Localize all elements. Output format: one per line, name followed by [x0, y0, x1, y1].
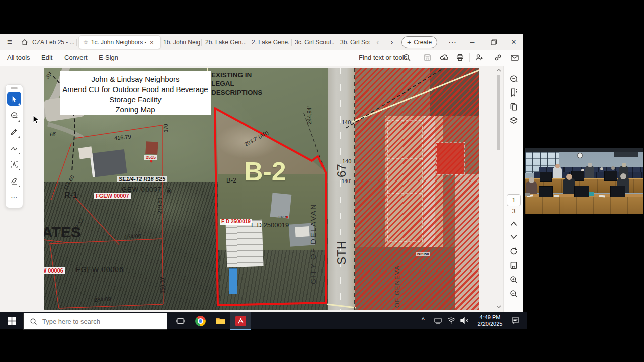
layers-panel-icon[interactable] [509, 116, 518, 125]
address-label: 2415 [278, 215, 287, 219]
parcel-tag-red: FGEW 00007 [94, 193, 131, 199]
email-icon[interactable] [510, 53, 519, 62]
create-button[interactable]: + Create [401, 36, 437, 48]
chrome-icon[interactable] [190, 312, 210, 329]
star-icon[interactable]: ☆ [83, 39, 89, 46]
save-icon[interactable] [423, 53, 432, 62]
toolbar-separator [469, 53, 470, 62]
file-explorer-icon[interactable] [210, 312, 230, 329]
council-member [585, 166, 594, 179]
sign-tool-button[interactable] [7, 174, 21, 188]
share-upload-icon[interactable] [440, 53, 449, 62]
council-member-head [555, 164, 560, 168]
monitor [574, 186, 589, 197]
city-of-delavan-label: CITY OF DELAVAN [309, 203, 317, 284]
zoom-in-icon[interactable] [509, 275, 518, 284]
section-label: SE1/4-T2 R16 S25 [117, 176, 167, 182]
tab-2-lake[interactable]: 2. Lake Gene... [252, 34, 290, 50]
text-select-tool-button[interactable] [7, 157, 21, 171]
link-icon[interactable] [494, 53, 502, 62]
hwy-67-label: 67 [335, 164, 349, 177]
minimize-button[interactable]: – [465, 34, 480, 50]
print-icon[interactable] [456, 53, 464, 62]
comment-tool-button[interactable] [7, 109, 21, 123]
pages-panel-icon[interactable] [509, 102, 518, 111]
select-tool-button[interactable] [7, 92, 21, 106]
papers [599, 195, 605, 198]
council-member-head [566, 174, 572, 180]
find-text-button[interactable]: Find text or tools [359, 54, 407, 61]
palette-drag-handle[interactable] [11, 87, 18, 89]
wall-clock [577, 153, 583, 158]
plus-icon: + [407, 38, 411, 46]
teal-bin [589, 192, 594, 196]
tray-time: 4:49 PM [472, 314, 508, 321]
all-tools-menu[interactable]: All tools [7, 54, 30, 61]
bookmarks-panel-icon[interactable] [509, 88, 518, 97]
wifi-icon[interactable] [447, 317, 456, 324]
tab-1b-john[interactable]: 1b. John Neig... [163, 34, 200, 50]
esign-menu[interactable]: E-Sign [99, 54, 118, 61]
dim-label: 140 [342, 158, 351, 164]
request-signature-icon[interactable] [475, 53, 484, 62]
search-icon[interactable] [403, 53, 411, 62]
tray-device-icon[interactable] [434, 317, 443, 324]
close-tab-icon[interactable]: ✕ [150, 40, 154, 45]
page-view-icon[interactable] [509, 261, 518, 270]
scrollbar-thumb[interactable] [497, 75, 500, 150]
tab-scroll-prev-icon[interactable]: ‹ [372, 34, 383, 50]
hamburger-menu-icon[interactable]: ≡ [2, 34, 17, 50]
home-icon[interactable] [17, 34, 32, 50]
edit-menu[interactable]: Edit [41, 54, 52, 61]
highlight-tool-button[interactable] [7, 125, 21, 139]
task-view-button[interactable] [170, 312, 190, 329]
audience-person [600, 167, 603, 170]
mouse-cursor [32, 115, 40, 125]
comments-panel-icon[interactable] [509, 75, 518, 84]
sth-label: STH [335, 241, 349, 265]
dim-label: 284.69 [94, 296, 111, 303]
restore-button[interactable] [486, 34, 501, 50]
rotate-refresh-icon[interactable] [509, 247, 518, 256]
scroll-up-icon[interactable] [496, 68, 502, 73]
page-total: 3 [504, 208, 523, 215]
more-tools-button[interactable]: ⋯ [7, 190, 21, 204]
tab-3b-girl-scout[interactable]: 3b. Girl Sco [340, 34, 370, 50]
tab-cza-feb[interactable]: CZA Feb 25 - ... [32, 34, 75, 50]
taskbar-search-input[interactable] [41, 317, 154, 326]
previous-page-icon[interactable] [509, 220, 518, 228]
zoning-map-page: John & Lindsay Neighbors Amend CU for Ou… [44, 68, 479, 310]
close-window-button[interactable]: ✕ [506, 34, 521, 50]
tray-chevron-icon[interactable]: ^ [422, 316, 425, 323]
next-page-icon[interactable] [509, 233, 518, 241]
acrobat-taskbar-icon[interactable] [230, 312, 251, 330]
page-number-input[interactable]: 1 [507, 194, 521, 206]
tray-clock[interactable]: 4:49 PM 2/20/2025 [472, 314, 508, 327]
dim-label: 30' [166, 187, 172, 194]
taskbar-search[interactable] [23, 313, 167, 330]
dim-label: 219.60 [157, 198, 163, 214]
front-dais [525, 197, 643, 214]
more-options-icon[interactable]: ⋯ [445, 34, 460, 50]
zoom-out-icon[interactable] [509, 289, 518, 298]
dim-label: 140' [342, 178, 351, 184]
scroll-down-icon[interactable] [496, 304, 502, 309]
document-area: John & Lindsay Neighbors Amend CU for Ou… [0, 66, 523, 312]
parcel-label: FGEW 00006 [76, 265, 124, 274]
map-label: LEGAL [211, 80, 234, 87]
start-button[interactable] [0, 312, 23, 329]
map-title-line: Amend CU for Outdoor Food and Beverage [60, 85, 211, 94]
tab-scroll-next-icon[interactable]: › [386, 34, 397, 50]
volume-muted-icon[interactable] [460, 317, 469, 324]
action-center-icon[interactable] [511, 317, 520, 324]
meeting-video-feed [524, 144, 644, 218]
tab-john-neighbors-active[interactable]: ☆ 1c. John Neighbors - Gl... ✕ [78, 35, 161, 49]
parcel-tag-red: GEW 00006 [44, 267, 65, 274]
draw-tool-button[interactable] [7, 141, 21, 155]
tab-3c-girl-scout[interactable]: 3c. Girl Scout... [295, 34, 335, 50]
zone-label-b2-large: B-2 [244, 156, 286, 187]
tab-2b-lake[interactable]: 2b. Lake Gen... [205, 34, 246, 50]
wall-vent [614, 152, 638, 157]
toolbar-separator [418, 53, 418, 62]
convert-menu[interactable]: Convert [64, 54, 88, 61]
